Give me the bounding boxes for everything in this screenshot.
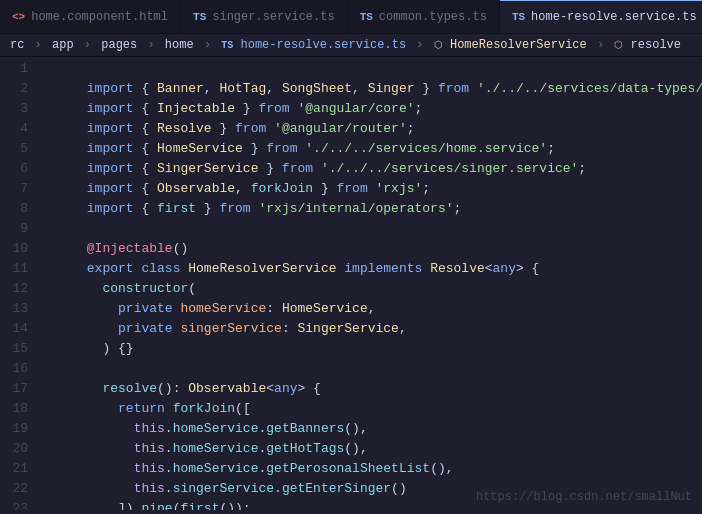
tab-label: common.types.ts [379,10,487,24]
ts-icon: TS [360,11,373,23]
html-icon: <> [12,11,25,23]
code-line: @Injectable() [40,219,702,239]
tab-singer-service[interactable]: TS singer.service.ts [181,0,348,33]
tab-home-resolve[interactable]: TS home-resolve.service.ts [500,0,702,33]
tab-bar: <> home.component.html TS singer.service… [0,0,702,34]
code-content: import { Banner, HotTag, SongSheet, Sing… [36,57,702,510]
code-line [40,339,702,359]
line-numbers: 12345 678910 1112131415 1617181920 21222… [0,57,36,510]
ts-icon: TS [193,11,206,23]
code-line: import { Banner, HotTag, SongSheet, Sing… [40,59,702,79]
tab-home-component[interactable]: <> home.component.html [0,0,181,33]
ts-icon: TS [512,11,525,23]
tab-label: home.component.html [31,10,168,24]
editor: 12345 678910 1112131415 1617181920 21222… [0,57,702,510]
breadcrumb: rc › app › pages › home › TS home-resolv… [0,34,702,57]
code-line: resolve(): Observable<any> { [40,359,702,379]
tab-label: home-resolve.service.ts [531,10,697,24]
tab-label: singer.service.ts [212,10,334,24]
tab-common-types[interactable]: TS common.types.ts [348,0,500,33]
watermark: https://blog.csdn.net/smallNut [476,490,692,504]
